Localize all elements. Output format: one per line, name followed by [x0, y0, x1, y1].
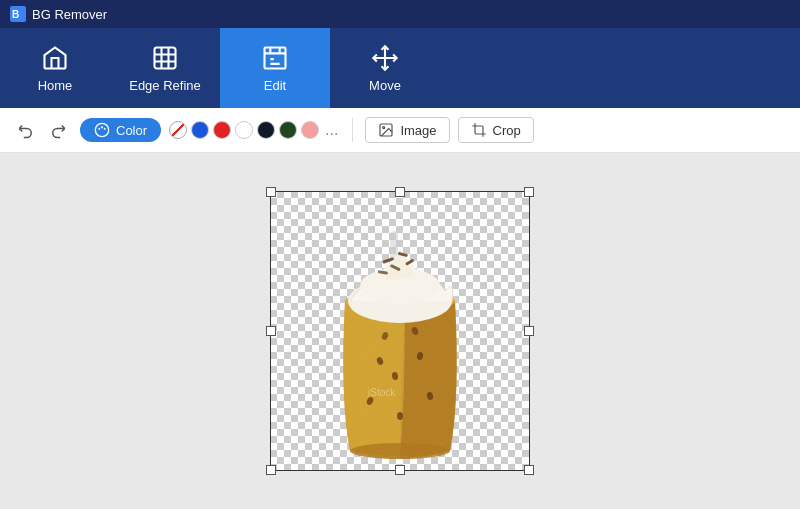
titlebar: B BG Remover	[0, 0, 800, 28]
crop-icon	[471, 122, 487, 138]
image-label: Image	[400, 123, 436, 138]
app-title: BG Remover	[32, 7, 107, 22]
nav-label-edge-refine: Edge Refine	[129, 78, 201, 93]
more-swatches-button[interactable]: ...	[323, 121, 340, 139]
crop-label: Crop	[493, 123, 521, 138]
nav-label-move: Move	[369, 78, 401, 93]
handle-top-center[interactable]	[395, 187, 405, 197]
toolbar: Color ... Image Crop	[0, 108, 800, 153]
swatch-darkgreen[interactable]	[279, 121, 297, 139]
swatch-blue[interactable]	[191, 121, 209, 139]
toolbar-separator	[352, 118, 353, 142]
coffee-cup-image: iStock	[290, 201, 510, 466]
svg-point-5	[98, 128, 100, 130]
swatch-red[interactable]	[213, 121, 231, 139]
svg-point-6	[101, 126, 103, 128]
swatch-white[interactable]	[235, 121, 253, 139]
swatch-pink[interactable]	[301, 121, 319, 139]
svg-text:iStock: iStock	[368, 387, 396, 398]
crop-container: iStock	[270, 191, 530, 471]
nav-item-move[interactable]: Move	[330, 28, 440, 108]
handle-bottom-right[interactable]	[524, 465, 534, 475]
image-button[interactable]: Image	[365, 117, 449, 143]
move-icon	[371, 44, 399, 72]
nav-label-home: Home	[38, 78, 73, 93]
canvas-area: iStock	[0, 153, 800, 509]
svg-point-9	[383, 127, 385, 129]
coffee-cup-svg: iStock	[290, 201, 510, 466]
svg-point-4	[95, 123, 108, 136]
swatch-black[interactable]	[257, 121, 275, 139]
handle-top-right[interactable]	[524, 187, 534, 197]
redo-icon	[49, 121, 67, 139]
handle-top-left[interactable]	[266, 187, 276, 197]
nav-item-edit[interactable]: Edit	[220, 28, 330, 108]
crop-button[interactable]: Crop	[458, 117, 534, 143]
color-label: Color	[116, 123, 147, 138]
app-icon: B	[10, 6, 26, 22]
color-swatches: ...	[169, 121, 340, 139]
undo-redo-group	[12, 116, 72, 144]
handle-bottom-center[interactable]	[395, 465, 405, 475]
home-icon	[41, 44, 69, 72]
nav-item-home[interactable]: Home	[0, 28, 110, 108]
edge-refine-icon	[151, 44, 179, 72]
image-icon	[378, 122, 394, 138]
undo-button[interactable]	[12, 116, 40, 144]
swatch-transparent[interactable]	[169, 121, 187, 139]
undo-icon	[17, 121, 35, 139]
navbar: Home Edge Refine Edit Move	[0, 28, 800, 108]
palette-icon	[94, 122, 110, 138]
edit-icon	[261, 44, 289, 72]
svg-rect-3	[265, 47, 286, 68]
color-button[interactable]: Color	[80, 118, 161, 142]
nav-item-edge-refine[interactable]: Edge Refine	[110, 28, 220, 108]
svg-rect-2	[155, 47, 176, 68]
handle-middle-right[interactable]	[524, 326, 534, 336]
svg-point-15	[397, 412, 403, 420]
redo-button[interactable]	[44, 116, 72, 144]
nav-label-edit: Edit	[264, 78, 286, 93]
handle-bottom-left[interactable]	[266, 465, 276, 475]
handle-middle-left[interactable]	[266, 326, 276, 336]
svg-text:B: B	[12, 9, 19, 20]
svg-point-28	[350, 443, 450, 459]
svg-point-7	[104, 128, 106, 130]
